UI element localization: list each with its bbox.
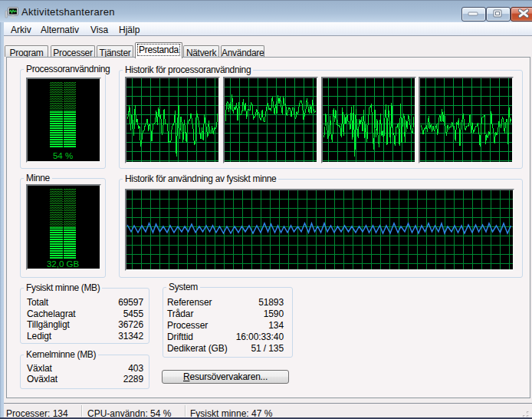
svg-text:54 %: 54 % [53, 151, 73, 160]
svg-text:32,0 GB: 32,0 GB [47, 259, 80, 269]
